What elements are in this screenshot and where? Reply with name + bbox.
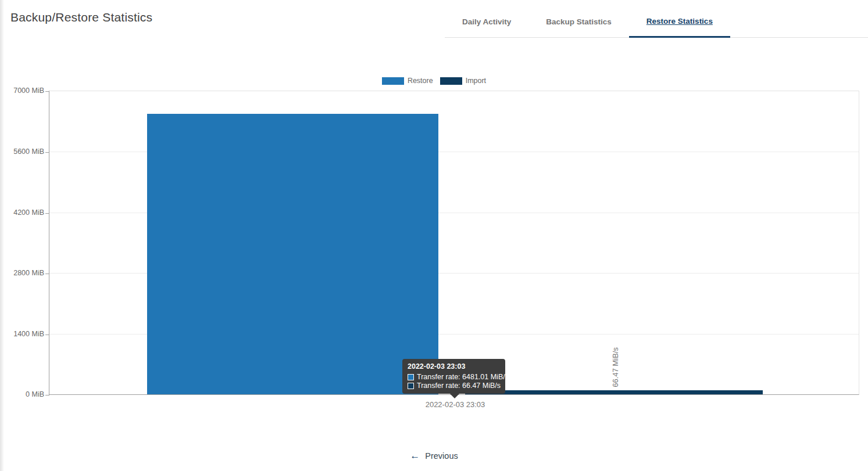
tab-daily-activity[interactable]: Daily Activity (445, 6, 528, 37)
ytick-mark (45, 274, 49, 274)
legend-label-import: Import (466, 77, 486, 85)
chart-legend: Restore Import (0, 77, 868, 85)
y-axis-label: 0 MiB (0, 390, 44, 398)
tooltip-row: Transfer rate: 6481.01 MiB/s (408, 373, 500, 381)
tooltip-text: Transfer rate: 6481.01 MiB/s (417, 373, 509, 381)
tooltip-text: Transfer rate: 66.47 MiB/s (417, 382, 501, 390)
tab-restore-statistics[interactable]: Restore Statistics (629, 6, 730, 38)
legend-swatch-import (440, 77, 462, 85)
y-axis-label: 1400 MiB (0, 330, 44, 338)
y-axis-label: 5600 MiB (0, 148, 44, 156)
bar-import-value-label: 66.47 MiB/s (611, 347, 620, 387)
tooltip-swatch-import (408, 383, 414, 389)
x-axis-tick-label: 2022-02-03 23:03 (426, 400, 485, 409)
ytick-mark (45, 395, 49, 396)
tab-bar: Daily Activity Backup Statistics Restore… (445, 6, 868, 38)
tooltip-swatch-restore (408, 374, 414, 380)
chart-tooltip: 2022-02-03 23:03 Transfer rate: 6481.01 … (402, 359, 505, 394)
chart-plot-area: 66.47 MiB/s 2022-02-03 23:03 (49, 91, 859, 395)
legend-item-restore[interactable]: Restore (382, 77, 433, 85)
legend-label-restore: Restore (408, 77, 433, 85)
y-axis-label: 7000 MiB (0, 87, 44, 95)
previous-label: Previous (425, 451, 458, 461)
bar-import[interactable] (465, 390, 763, 394)
tooltip-title: 2022-02-03 23:03 (408, 362, 500, 371)
ytick-mark (45, 152, 49, 153)
page-left-edge (0, 0, 4, 471)
ytick-mark (45, 91, 49, 92)
tooltip-row: Transfer rate: 66.47 MiB/s (408, 382, 500, 390)
ytick-mark (45, 335, 49, 335)
ytick-mark (45, 213, 49, 214)
legend-swatch-restore (382, 77, 404, 85)
legend-item-import[interactable]: Import (440, 77, 486, 85)
arrow-left-icon: ← (410, 451, 420, 461)
tab-backup-statistics[interactable]: Backup Statistics (528, 6, 629, 37)
y-axis-label: 4200 MiB (0, 208, 44, 217)
bar-restore[interactable] (147, 114, 438, 394)
page-title: Backup/Restore Statistics (10, 10, 152, 24)
y-axis-label: 2800 MiB (0, 269, 44, 277)
previous-page-button[interactable]: ← Previous (0, 451, 868, 461)
